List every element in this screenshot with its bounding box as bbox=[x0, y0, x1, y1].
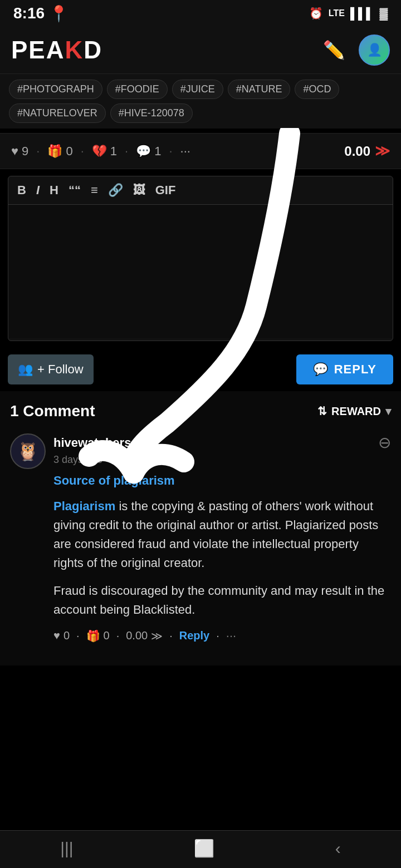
comment-text-2: Fraud is discouraged by the community an… bbox=[53, 581, 391, 619]
comment-likes[interactable]: ♥ 0 bbox=[53, 629, 70, 642]
reward-label: REWARD bbox=[331, 405, 381, 418]
comment-input[interactable] bbox=[8, 205, 393, 338]
edit-icon[interactable]: ✏️ bbox=[323, 40, 345, 61]
comment-likes-count: 0 bbox=[63, 629, 70, 642]
signal-icon: ▌▌▌ bbox=[350, 7, 374, 20]
tag-juice[interactable]: #JUICE bbox=[172, 80, 223, 99]
dot3: · bbox=[125, 144, 128, 159]
header-right: ✏️ 👤 bbox=[323, 34, 390, 66]
chevron-down-icon: ▾ bbox=[385, 405, 391, 418]
comments-stat[interactable]: 💬 1 bbox=[136, 144, 161, 159]
tag-hive[interactable]: #HIVE-120078 bbox=[110, 103, 193, 123]
owl-icon: 🦉 bbox=[17, 441, 39, 462]
downvotes-count: 1 bbox=[110, 144, 117, 159]
comment-link[interactable]: Source of plagiarism bbox=[53, 474, 391, 488]
follow-icon: 👥 bbox=[18, 362, 33, 377]
reply-submit-button[interactable]: 💬 REPLY bbox=[296, 354, 393, 384]
downvotes-stat[interactable]: 💔 1 bbox=[92, 144, 117, 159]
logo-accent: K bbox=[65, 36, 84, 63]
comment-more-dots[interactable]: ··· bbox=[226, 629, 236, 643]
comment-gifts[interactable]: 🎁 0 bbox=[86, 629, 110, 643]
more-options[interactable]: ··· bbox=[180, 144, 190, 159]
comment-item: 🦉 hivewatchers 77 ⊖ 3 days ago Source of… bbox=[10, 433, 391, 643]
comments-count-label: 1 Comment bbox=[10, 402, 95, 420]
tag-foodie[interactable]: #FOODIE bbox=[107, 80, 168, 99]
hive-logo-icon: ≫ bbox=[375, 142, 390, 160]
avatar[interactable]: 👤 bbox=[359, 34, 390, 66]
lte-badge: LTE bbox=[329, 8, 345, 18]
gift-icon: 🎁 bbox=[47, 144, 62, 159]
comment-time: 3 days ago bbox=[53, 454, 391, 466]
comments-header: 1 Comment ⇅ REWARD ▾ bbox=[10, 402, 391, 420]
plagiarism-highlight: Plagiarism bbox=[53, 499, 115, 513]
editor-toolbar: B I H ““ ≡ 🔗 🖼 GIF bbox=[8, 176, 393, 205]
collapse-icon[interactable]: ⊖ bbox=[378, 433, 391, 452]
follow-button[interactable]: 👥 + Follow bbox=[8, 354, 94, 384]
nav-bar: ||| ⬜ ‹ bbox=[0, 830, 401, 868]
comment-text: Plagiarism is the copying & pasting of o… bbox=[53, 497, 391, 573]
image-button[interactable]: 🖼 bbox=[133, 183, 145, 198]
bold-button[interactable]: B bbox=[17, 183, 26, 198]
nav-back-button[interactable]: ||| bbox=[60, 839, 73, 858]
gift-icon-small: 🎁 bbox=[86, 629, 100, 643]
reward-button[interactable]: ⇅ REWARD ▾ bbox=[317, 405, 391, 418]
link-button[interactable]: 🔗 bbox=[108, 183, 123, 198]
hive-icon-small: ≫ bbox=[151, 629, 163, 643]
follow-label: + Follow bbox=[37, 362, 84, 377]
nav-forward-button[interactable]: ‹ bbox=[335, 839, 341, 858]
comments-section: 1 Comment ⇅ REWARD ▾ 🦉 hivewatchers 77 ⊖… bbox=[0, 391, 401, 665]
quote-button[interactable]: ““ bbox=[69, 183, 81, 198]
comment-author-row: hivewatchers 77 ⊖ bbox=[53, 433, 391, 452]
dot2: · bbox=[81, 144, 84, 159]
gif-button[interactable]: GIF bbox=[155, 183, 176, 198]
tags-section: #PHOTOGRAPH #FOODIE #JUICE #NATURE #OCD … bbox=[0, 74, 401, 129]
stats-right: 0.00 ≫ bbox=[344, 142, 390, 160]
time-display: 8:16 bbox=[13, 4, 45, 22]
location-icon: 📍 bbox=[49, 4, 69, 23]
comment-author-info: hivewatchers 77 bbox=[53, 436, 159, 450]
editor-actions: 👥 + Follow 💬 REPLY bbox=[0, 348, 401, 391]
gifts-count: 0 bbox=[66, 144, 72, 159]
dot7: · bbox=[169, 629, 173, 642]
app-logo: PEAKD bbox=[11, 36, 102, 64]
stats-bar: ♥ 9 · 🎁 0 · 💔 1 · 💬 1 · ··· 0.00 ≫ bbox=[0, 133, 401, 169]
italic-button[interactable]: I bbox=[36, 183, 40, 198]
status-time: 8:16 📍 bbox=[13, 4, 69, 23]
tag-photograph[interactable]: #PHOTOGRAPH bbox=[9, 80, 102, 99]
reply-icon: 💬 bbox=[313, 362, 329, 377]
comment-icon: 💬 bbox=[136, 144, 151, 159]
hive-value: 0.00 bbox=[344, 144, 370, 159]
likes-count: 9 bbox=[22, 144, 28, 159]
heart-icon: ♥ bbox=[11, 144, 18, 159]
dot6: · bbox=[116, 629, 120, 642]
reputation-badge: 77 bbox=[136, 436, 159, 450]
list-button[interactable]: ≡ bbox=[91, 183, 98, 198]
nav-home-button[interactable]: ⬜ bbox=[194, 839, 214, 858]
tag-nature[interactable]: #NATURE bbox=[228, 80, 291, 99]
comment-avatar[interactable]: 🦉 bbox=[10, 433, 46, 469]
downvote-icon: 💔 bbox=[92, 144, 107, 159]
alarm-icon: ⏰ bbox=[309, 7, 323, 20]
comment-stats: ♥ 0 · 🎁 0 · 0.00 ≫ · Reply · ··· bbox=[53, 629, 391, 643]
sort-icon: ⇅ bbox=[317, 405, 327, 418]
editor-section: B I H ““ ≡ 🔗 🖼 GIF bbox=[8, 176, 393, 341]
author-name[interactable]: hivewatchers bbox=[53, 436, 131, 450]
comment-reply-link[interactable]: Reply bbox=[179, 629, 209, 642]
comment-body: hivewatchers 77 ⊖ 3 days ago Source of p… bbox=[53, 433, 391, 643]
heading-button[interactable]: H bbox=[50, 183, 58, 198]
comment-gifts-count: 0 bbox=[104, 629, 110, 642]
app-header: PEAKD ✏️ 👤 bbox=[0, 27, 401, 74]
tag-naturelover[interactable]: #NATURELOVER bbox=[9, 103, 106, 123]
status-icons: ⏰ LTE ▌▌▌ ▓ bbox=[309, 7, 388, 20]
dot5: · bbox=[76, 629, 80, 642]
comments-count: 1 bbox=[154, 144, 161, 159]
comment-value: 0.00 ≫ bbox=[126, 629, 163, 643]
likes-stat[interactable]: ♥ 9 bbox=[11, 144, 28, 159]
heart-icon-small: ♥ bbox=[53, 629, 60, 642]
dot4: · bbox=[169, 144, 172, 159]
stats-left: ♥ 9 · 🎁 0 · 💔 1 · 💬 1 · ··· bbox=[11, 144, 190, 159]
battery-icon: ▓ bbox=[379, 7, 388, 20]
gifts-stat[interactable]: 🎁 0 bbox=[47, 144, 72, 159]
tag-ocd[interactable]: #OCD bbox=[295, 80, 339, 99]
dot1: · bbox=[36, 144, 40, 159]
